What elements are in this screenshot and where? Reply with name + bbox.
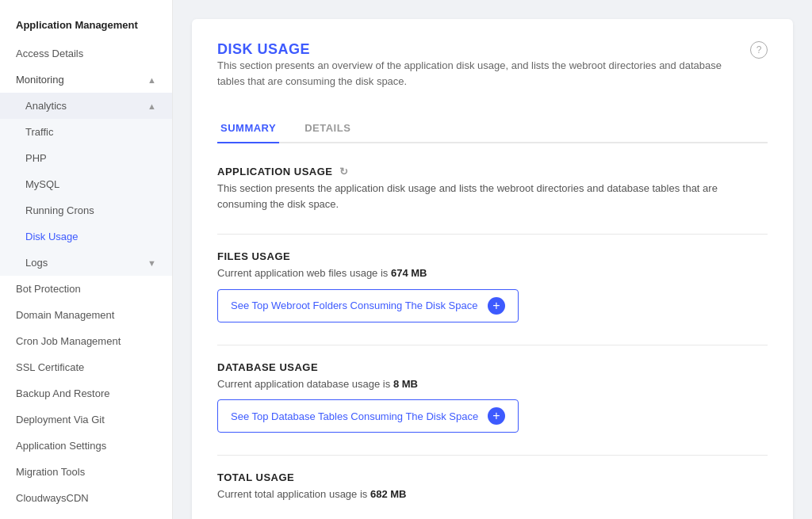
webroot-folders-btn[interactable]: See Top Webroot Folders Consuming The Di… (217, 289, 519, 322)
plus-icon-database: + (488, 407, 505, 425)
card-header: DISK USAGE This section presents an over… (217, 41, 768, 108)
divider-3 (217, 455, 768, 456)
app-usage-section: APPLICATION USAGE ↻ This section present… (217, 166, 768, 212)
files-usage-title: FILES USAGE (217, 250, 768, 262)
main-content: DISK USAGE This section presents an over… (173, 0, 812, 519)
sidebar-item-ssl-certificate[interactable]: SSL Certificate (0, 354, 172, 380)
refresh-icon[interactable]: ↻ (339, 166, 349, 177)
tab-summary[interactable]: SUMMARY (217, 114, 279, 143)
plus-icon-webroot: + (488, 297, 505, 315)
total-usage-title: TOTAL USAGE (217, 471, 768, 483)
chevron-down-icon-logs: ▼ (147, 258, 156, 268)
chevron-up-icon-analytics: ▲ (147, 101, 156, 111)
sidebar-item-monitoring[interactable]: Monitoring ▲ (0, 67, 172, 93)
database-usage-section: DATABASE USAGE Current application datab… (217, 361, 768, 433)
sidebar-item-traffic[interactable]: Traffic (0, 119, 172, 145)
sidebar: Application Management Access Details Mo… (0, 0, 173, 519)
tab-details[interactable]: DETAILS (301, 114, 354, 143)
disk-usage-card: DISK USAGE This section presents an over… (192, 19, 793, 519)
sidebar-item-migration-tools[interactable]: Migration Tools (0, 459, 172, 485)
app-usage-title: APPLICATION USAGE ↻ (217, 166, 768, 177)
total-usage-section: TOTAL USAGE Current total application us… (217, 471, 768, 502)
sidebar-item-disk-usage[interactable]: Disk Usage (0, 223, 172, 250)
monitoring-submenu: Analytics ▲ Traffic PHP MySQL Running Cr… (0, 93, 172, 276)
sidebar-item-mysql[interactable]: MySQL (0, 171, 172, 197)
sidebar-item-access-details[interactable]: Access Details (0, 40, 172, 67)
files-usage-section: FILES USAGE Current application web file… (217, 250, 768, 322)
sidebar-item-analytics[interactable]: Analytics ▲ (0, 93, 172, 119)
sidebar-item-deployment-via-git[interactable]: Deployment Via Git (0, 406, 172, 433)
database-usage-desc: Current application database usage is 8 … (217, 376, 768, 392)
sidebar-item-logs[interactable]: Logs ▼ (0, 250, 172, 276)
database-tables-btn[interactable]: See Top Database Tables Consuming The Di… (217, 399, 519, 433)
card-title: DISK USAGE This section presents an over… (217, 41, 750, 108)
divider-2 (217, 345, 768, 345)
app-usage-desc: This section presents the application di… (217, 181, 768, 212)
divider-1 (217, 234, 768, 235)
sidebar-item-php[interactable]: PHP (0, 145, 172, 171)
sidebar-item-application-settings[interactable]: Application Settings (0, 433, 172, 459)
sidebar-item-cron-job-management[interactable]: Cron Job Management (0, 328, 172, 354)
sidebar-item-domain-management[interactable]: Domain Management (0, 302, 172, 328)
files-usage-desc: Current application web files usage is 6… (217, 265, 768, 281)
sidebar-item-running-crons[interactable]: Running Crons (0, 197, 172, 223)
analytics-submenu: Traffic PHP MySQL Running Crons Disk Usa… (0, 119, 172, 250)
app-management-title: Application Management (0, 13, 172, 40)
sidebar-item-cloudwayscdn[interactable]: CloudwaysCDN (0, 485, 172, 511)
sidebar-item-bot-protection[interactable]: Bot Protection (0, 276, 172, 302)
database-usage-title: DATABASE USAGE (217, 361, 768, 373)
sidebar-item-backup-and-restore[interactable]: Backup And Restore (0, 380, 172, 406)
total-usage-desc: Current total application usage is 682 M… (217, 487, 768, 502)
chevron-up-icon: ▲ (147, 75, 156, 85)
tabs-bar: SUMMARY DETAILS (217, 114, 768, 143)
help-icon[interactable]: ? (750, 41, 768, 59)
